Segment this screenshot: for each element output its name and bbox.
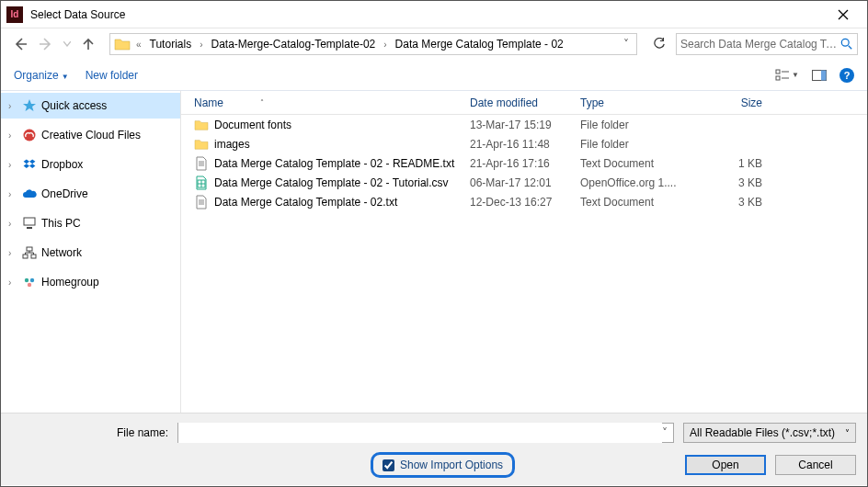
back-button[interactable] [10, 34, 30, 54]
file-name: Data Merge Catalog Template - 02.txt [214, 196, 397, 209]
svg-rect-14 [23, 255, 28, 258]
sidebar-item-label: OneDrive [41, 187, 88, 200]
svg-rect-9 [821, 70, 827, 80]
chevron-right-icon: › [8, 101, 17, 111]
file-date: 06-Mar-17 12:01 [470, 176, 580, 189]
list-item[interactable]: Document fonts13-Mar-17 15:19File folder [181, 115, 867, 134]
chevron-right-icon: › [8, 189, 17, 199]
homegroup-icon [21, 276, 38, 289]
file-type: Text Document [580, 157, 691, 170]
txt-icon [194, 156, 209, 171]
svg-rect-5 [776, 76, 780, 80]
sidebar-item-onedrive[interactable]: ›OneDrive [1, 181, 180, 207]
sidebar-item-network[interactable]: ›Network [1, 240, 180, 266]
svg-point-2 [841, 39, 849, 46]
help-button[interactable]: ? [839, 68, 854, 83]
filename-input[interactable] [178, 423, 662, 443]
filetype-select[interactable]: All Readable Files (*.csv;*.txt) ˅ [683, 423, 856, 443]
col-name[interactable]: Name [194, 96, 223, 109]
folder-icon [194, 118, 209, 132]
folder-icon [114, 37, 131, 51]
file-name: images [214, 138, 250, 151]
sidebar-item-dropbox[interactable]: ›Dropbox [1, 152, 180, 177]
chevron-right-icon: › [382, 40, 388, 50]
window-title: Select Data Source [30, 8, 125, 21]
dropbox-icon [21, 157, 38, 172]
list-item[interactable]: Data Merge Catalog Template - 02 - Tutor… [181, 173, 867, 192]
network-icon [21, 246, 38, 259]
svg-rect-4 [776, 70, 780, 74]
file-name: Data Merge Catalog Template - 02 - Tutor… [214, 176, 449, 189]
file-date: 21-Apr-16 11:48 [470, 138, 580, 151]
svg-rect-11 [24, 218, 35, 225]
new-folder-button[interactable]: New folder [86, 69, 138, 82]
txt-icon [194, 195, 209, 210]
breadcrumb-seg-3[interactable]: Data Merge Catalog Template - 02 [393, 36, 566, 52]
view-options-button[interactable]: ▼ [775, 69, 799, 82]
search-placeholder: Search Data Merge Catalog Te... [680, 38, 840, 51]
sidebar-item-homegroup[interactable]: ›Homegroup [1, 269, 180, 295]
col-date[interactable]: Date modified [470, 96, 580, 109]
svg-rect-15 [31, 255, 36, 258]
list-item[interactable]: Data Merge Catalog Template - 02 - READM… [181, 153, 867, 173]
svg-point-17 [30, 278, 34, 282]
sidebar-item-this-pc[interactable]: ›This PC [1, 210, 180, 236]
column-headers[interactable]: Name˄ Date modified Type Size [181, 91, 867, 115]
recent-dropdown[interactable] [62, 34, 73, 54]
dialog-footer: File name: ˅ All Readable Files (*.csv;*… [1, 413, 867, 485]
sort-asc-icon: ˄ [260, 98, 264, 107]
chevron-right-icon: › [8, 219, 17, 229]
search-input[interactable]: Search Data Merge Catalog Te... [676, 33, 858, 55]
breadcrumb[interactable]: « Tutorials › Data-Merge-Catalog-Templat… [109, 33, 637, 55]
file-type: File folder [580, 119, 691, 131]
toolbar: Organize▼ New folder ▼ ? [1, 60, 867, 91]
sidebar-item-label: Creative Cloud Files [41, 129, 141, 142]
file-type: Text Document [580, 196, 691, 209]
breadcrumb-dropdown[interactable]: ˅ [620, 38, 633, 51]
file-name: Document fonts [214, 119, 291, 131]
file-size: 3 KB [691, 176, 773, 189]
col-size[interactable]: Size [691, 96, 773, 109]
cc-icon [21, 128, 38, 142]
svg-rect-12 [27, 227, 32, 229]
preview-pane-button[interactable] [812, 70, 827, 81]
filename-label: File name: [12, 426, 168, 439]
sidebar-item-label: Network [41, 246, 82, 259]
breadcrumb-seg-2[interactable]: Data-Merge-Catalog-Template-02 [208, 36, 378, 52]
organize-button[interactable]: Organize▼ [14, 69, 69, 82]
sidebar: ›Quick access›Creative Cloud Files›Dropb… [1, 91, 181, 413]
open-button[interactable]: Open [685, 455, 766, 475]
cancel-button[interactable]: Cancel [775, 455, 856, 475]
breadcrumb-seg-1[interactable]: Tutorials [147, 36, 195, 52]
list-item[interactable]: images21-Apr-16 11:48File folder [181, 134, 867, 153]
title-bar: Id Select Data Source [1, 1, 867, 28]
up-button[interactable] [78, 34, 98, 54]
col-type[interactable]: Type [580, 96, 691, 109]
sidebar-item-creative-cloud-files[interactable]: ›Creative Cloud Files [1, 122, 180, 148]
chevron-right-icon: › [8, 160, 17, 170]
file-date: 13-Mar-17 15:19 [470, 119, 580, 131]
onedrive-icon [21, 188, 38, 199]
chevron-right-icon: › [8, 248, 17, 258]
svg-rect-13 [27, 247, 32, 251]
sidebar-item-quick-access[interactable]: ›Quick access [1, 93, 180, 119]
file-size: 1 KB [691, 157, 773, 170]
sidebar-item-label: Dropbox [41, 158, 83, 171]
sidebar-item-label: This PC [41, 217, 81, 230]
file-size: 3 KB [691, 196, 773, 209]
chevron-down-icon: ˅ [845, 428, 850, 438]
filename-dropdown[interactable]: ˅ [662, 426, 673, 439]
file-type: File folder [580, 138, 691, 151]
file-type: OpenOffice.org 1.... [580, 176, 691, 189]
svg-line-3 [849, 46, 851, 49]
forward-button [36, 34, 56, 54]
close-icon[interactable] [825, 2, 862, 28]
chevron-right-icon: › [198, 40, 204, 50]
file-date: 12-Dec-13 16:27 [470, 196, 580, 209]
refresh-button[interactable] [648, 33, 670, 55]
list-item[interactable]: Data Merge Catalog Template - 02.txt12-D… [181, 192, 867, 211]
svg-point-18 [28, 283, 31, 287]
show-import-options-checkbox[interactable]: Show Import Options [371, 452, 515, 478]
chevron-right-icon: › [8, 277, 17, 288]
show-import-checkbox-input[interactable] [383, 459, 394, 471]
